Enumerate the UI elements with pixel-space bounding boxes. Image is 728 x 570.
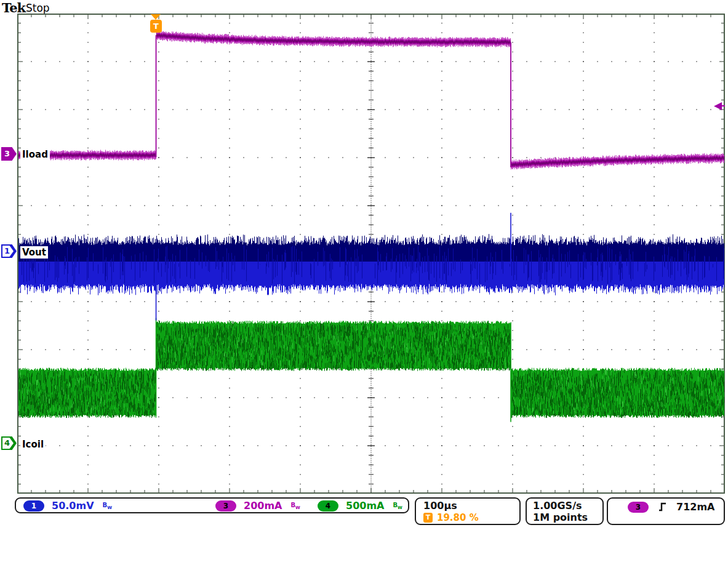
ch3-bandwidth-limit-icon: BW — [290, 502, 300, 510]
ch4-position-marker: 4 — [1, 436, 17, 450]
trigger-level-arrow-tail — [720, 105, 725, 106]
trigger-level: 712mA — [676, 501, 714, 513]
acquisition-status: Stop — [26, 2, 50, 14]
trace-label-vout: Vout — [20, 246, 48, 259]
ch4-bandwidth-limit-icon: BW — [393, 502, 402, 510]
trigger-position-readout: T 19.80 % — [423, 512, 479, 523]
waveform-canvas — [17, 14, 725, 494]
ch3-badge: 3 — [215, 500, 236, 512]
ch1-badge: 1 — [23, 500, 44, 512]
ch1-position-marker: 1 — [1, 244, 17, 258]
trace-label-iload: Iload — [20, 148, 50, 161]
trigger-position-arrow-icon — [151, 14, 161, 20]
ch4-scale: 500mA — [346, 500, 384, 512]
ch1-scale: 50.0mV — [52, 500, 94, 512]
waveform-display — [17, 14, 725, 494]
trigger-flag-icon: T — [150, 20, 162, 33]
ch3-scale: 200mA — [244, 500, 282, 512]
sample-rate: 1.00GS/s — [533, 500, 582, 512]
ch4-readout: 4 500mA BW — [318, 500, 402, 512]
trigger-readout-box: 3 712mA — [607, 497, 725, 525]
trigger-position-percent: 19.80 % — [437, 512, 479, 523]
oscilloscope-screen: Tek Stop 3 1 4 Iload Vout Icoil T ◀ 1 50… — [0, 0, 728, 570]
timebase-scale: 100µs — [423, 500, 457, 512]
ch1-bandwidth-limit-icon: BW — [103, 502, 112, 510]
channel-readouts-box: 1 50.0mV BW 3 200mA BW 4 500mA BW — [15, 497, 409, 513]
record-length: 1M points — [533, 512, 588, 523]
ch4-badge: 4 — [318, 500, 338, 512]
trigger-t-icon: T — [423, 513, 433, 523]
ch1-readout: 1 50.0mV BW — [23, 500, 112, 512]
acquisition-readout-box: 1.00GS/s 1M points — [526, 497, 604, 525]
rising-edge-icon — [658, 502, 666, 512]
trigger-source-badge: 3 — [628, 502, 649, 513]
trace-label-icoil: Icoil — [20, 438, 46, 451]
ch3-position-marker: 3 — [1, 147, 17, 161]
ch3-readout: 3 200mA BW — [215, 500, 300, 512]
timebase-readout-box: 100µs T 19.80 % — [415, 497, 521, 525]
